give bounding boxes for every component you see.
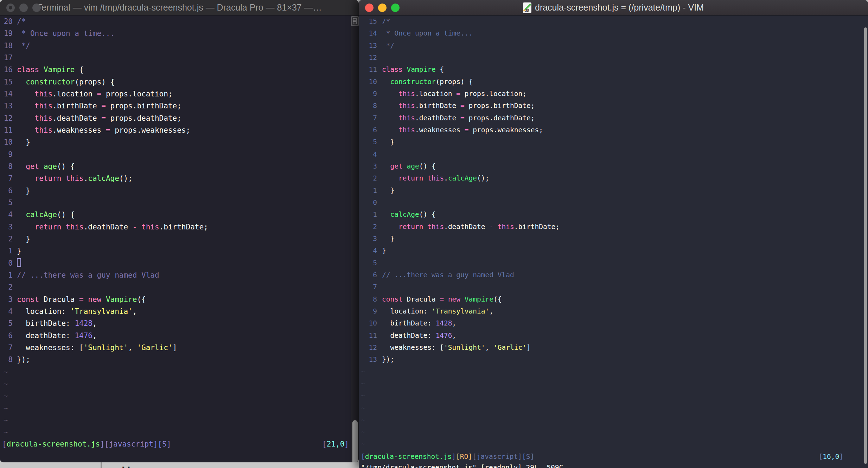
minimize-button[interactable] xyxy=(19,4,28,12)
code-line: 1// ...there was a guy named Vlad xyxy=(0,269,359,281)
line-number: 2 xyxy=(0,233,13,245)
line-number: 6 xyxy=(0,185,13,197)
window-title: dracula-screenshot.js = (/private/tmp) -… xyxy=(535,2,704,13)
line-number: 0 xyxy=(359,197,377,209)
code-line: 0 xyxy=(359,197,868,209)
line-number: 9 xyxy=(359,305,377,317)
line-number: 13 xyxy=(359,354,377,366)
scrollbar-track[interactable] xyxy=(351,15,359,462)
code-line: 9 xyxy=(0,148,359,160)
code-line: 3 } xyxy=(359,233,868,245)
vim-buffer-left[interactable]: 20/*19 * Once upon a time...18 */1716cla… xyxy=(0,15,359,462)
line-number: 0 xyxy=(0,257,13,269)
code-line: ~ xyxy=(359,426,868,438)
code-line: 6// ...there was a guy named Vlad xyxy=(359,269,868,281)
code-line: 13 */ xyxy=(359,40,868,52)
traffic-lights xyxy=(0,0,49,15)
code-line: 2 return this.calcAge(); xyxy=(359,172,868,184)
code-line: 11class Vampire { xyxy=(359,64,868,76)
vim-statusline-left: [dracula-screenshot.js][javascript][S] [… xyxy=(0,438,351,450)
code-line: ~ xyxy=(0,402,359,414)
line-number: 12 xyxy=(359,52,377,64)
line-number: 15 xyxy=(0,76,13,88)
line-number: 11 xyxy=(359,64,377,76)
line-number: 1 xyxy=(0,245,13,257)
line-number: 8 xyxy=(0,354,13,366)
code-line: 14 this.location = props.location; xyxy=(0,88,359,100)
minimize-button[interactable] xyxy=(378,4,387,12)
line-number: 11 xyxy=(0,124,13,136)
close-button[interactable] xyxy=(6,4,15,12)
document-icon[interactable]: JS xyxy=(523,2,531,13)
line-number: 13 xyxy=(0,100,13,112)
code-line: 3 return this.deathDate - this.birthDate… xyxy=(0,221,359,233)
code-line: 4} xyxy=(359,245,868,257)
code-line: 11 deathDate: 1476, xyxy=(359,330,868,342)
line-number: 11 xyxy=(359,330,377,342)
code-line: 6 deathDate: 1476, xyxy=(0,330,359,342)
desktop-partial-text: H xyxy=(122,464,136,468)
code-line: 1 } xyxy=(359,185,868,197)
cursor-position: [21,0] xyxy=(322,438,349,450)
code-line: 8 get age() { xyxy=(0,160,359,172)
line-number: 12 xyxy=(0,112,13,124)
window-title: Terminal — vim /tmp/dracula-screenshot.j… xyxy=(37,2,321,13)
vim-buffer-right[interactable]: 15/*14 * Once upon a time...13 */1211cla… xyxy=(359,15,868,468)
line-number: 10 xyxy=(359,317,377,329)
line-number: 15 xyxy=(359,15,377,27)
line-number: 9 xyxy=(0,148,13,160)
traffic-lights xyxy=(359,0,408,15)
line-number: 8 xyxy=(359,293,377,305)
line-number: 9 xyxy=(359,88,377,100)
zoom-button[interactable] xyxy=(391,4,400,12)
cursor-position: [16,0] xyxy=(819,450,843,463)
line-number: 3 xyxy=(359,233,377,245)
split-pane-button[interactable] xyxy=(351,16,359,26)
line-number: 7 xyxy=(0,342,13,354)
code-line: 7 this.deathDate = props.deathDate; xyxy=(359,112,868,124)
line-number: 7 xyxy=(0,172,13,184)
line-number: 4 xyxy=(0,209,13,221)
code-line: 1 calcAge() { xyxy=(359,209,868,221)
code-line: 12 weaknesses: ['Sunlight', 'Garlic'] xyxy=(359,342,868,354)
code-line: 5 birthDate: 1428, xyxy=(0,317,359,329)
code-line: 2 } xyxy=(0,233,359,245)
macvim-titlebar[interactable]: JS dracula-screenshot.js = (/private/tmp… xyxy=(359,0,868,15)
line-number: 6 xyxy=(359,269,377,281)
line-number: 1 xyxy=(359,209,377,221)
code-line: 8const Dracula = new Vampire({ xyxy=(359,293,868,305)
code-line: 12 xyxy=(359,52,868,64)
code-line: 10 } xyxy=(0,136,359,148)
line-number: 16 xyxy=(0,64,13,76)
code-line: ~ xyxy=(359,366,868,378)
line-number: 20 xyxy=(0,15,13,27)
close-button[interactable] xyxy=(365,4,374,12)
code-line: 15/* xyxy=(359,15,868,27)
vim-commandline: "/tmp/dracula-screenshot.js" [readonly] … xyxy=(359,462,868,468)
code-line: 14 * Once upon a time... xyxy=(359,27,868,39)
code-line: 5 } xyxy=(359,136,868,148)
line-number: 6 xyxy=(0,330,13,342)
code-line: 10 constructor(props) { xyxy=(359,76,868,88)
scrollbar-thumb[interactable] xyxy=(864,27,867,464)
code-line: 18 */ xyxy=(0,40,359,52)
code-line: ~ xyxy=(0,366,359,378)
code-line: 4 xyxy=(359,148,868,160)
scrollbar-thumb[interactable] xyxy=(352,420,358,462)
code-line: 8}); xyxy=(0,354,359,366)
code-line: ~ xyxy=(0,414,359,426)
code-line: 11 this.weaknesses = props.weaknesses; xyxy=(0,124,359,136)
line-number: 2 xyxy=(359,172,377,184)
desktop-window-edge xyxy=(101,462,102,468)
line-number: 7 xyxy=(359,112,377,124)
code-line: 10 birthDate: 1428, xyxy=(359,317,868,329)
code-line: 15 constructor(props) { xyxy=(0,76,359,88)
line-number: 5 xyxy=(359,257,377,269)
line-number: 2 xyxy=(0,281,13,293)
code-line: ~ xyxy=(359,378,868,390)
code-line: 20/* xyxy=(0,15,359,27)
terminal-window: Terminal — vim /tmp/dracula-screenshot.j… xyxy=(0,0,359,462)
terminal-titlebar[interactable]: Terminal — vim /tmp/dracula-screenshot.j… xyxy=(0,0,359,15)
zoom-button[interactable] xyxy=(32,4,41,12)
line-number: 4 xyxy=(359,148,377,160)
